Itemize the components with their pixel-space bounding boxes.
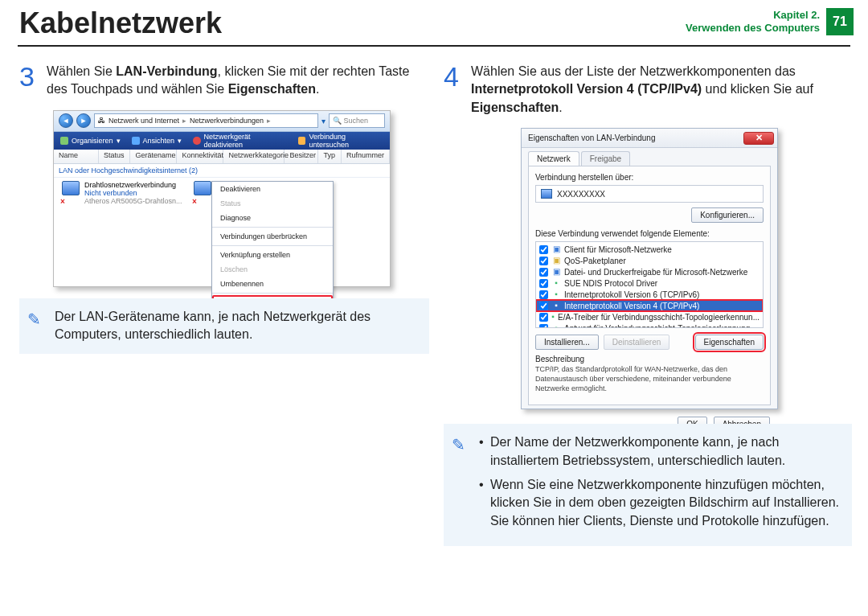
ctx-delete: Löschen [212, 262, 333, 277]
tb-disable[interactable]: Netzwerkgerät deaktivieren [193, 133, 287, 149]
note-bullet: Der Name der Netzwerkkomponente kann, je… [479, 433, 841, 470]
context-menu: Deaktivieren Status Diagnose Verbindunge… [211, 181, 334, 312]
note-icon: ✎ [27, 308, 41, 331]
search-box[interactable]: 🔍 Suchen [329, 113, 385, 128]
nic-icon [62, 181, 80, 195]
chapter-block: Kapitel 2. Verwenden des Computers 71 [686, 8, 854, 35]
disconnected-icon: × [60, 197, 65, 206]
screenshot-network-connections: ◄ ► 🖧 Netzwerk und Internet ▸ Netzwerkve… [53, 110, 391, 287]
close-button[interactable]: ✕ [743, 132, 774, 145]
nic-wireless[interactable]: × Drahtlosnetzwerkverbindung Nicht verbu… [62, 181, 182, 205]
note-step3: ✎ Der LAN-Gerätename kann, je nach Netzw… [19, 298, 429, 354]
install-button[interactable]: Installieren... [535, 335, 599, 350]
desc-label: Beschreibung [535, 355, 764, 363]
chk[interactable] [539, 279, 548, 288]
uninstall-button: Deinstallieren [604, 335, 670, 350]
address-bar[interactable]: 🖧 Netzwerk und Internet ▸ Netzwerkverbin… [94, 113, 318, 128]
chk[interactable] [539, 268, 548, 277]
dialog-title: Eigenschaften von LAN-Verbindung [528, 133, 655, 142]
ctx-rename[interactable]: Umbenennen [212, 277, 333, 291]
page-title: Kabelnetzwerk [19, 6, 222, 40]
adapter-field: XXXXXXXXX [535, 185, 764, 203]
chk[interactable] [539, 313, 548, 322]
chapter-subtitle: Verwenden des Computers [686, 22, 820, 35]
screenshot-lan-properties: Eigenschaften von LAN-Verbindung ✕ Netzw… [521, 128, 778, 409]
nav-fwd-button[interactable]: ► [76, 113, 91, 128]
ctx-shortcut[interactable]: Verknüpfung erstellen [212, 248, 333, 262]
chapter-label: Kapitel 2. [686, 9, 820, 22]
step-3: 3 Wählen Sie LAN-Verbindung, klicken Sie… [19, 63, 429, 99]
chk[interactable] [539, 257, 548, 265]
bc-icon: 🖧 [98, 117, 105, 125]
ctx-diagnose[interactable]: Diagnose [212, 211, 333, 225]
nav-back-button[interactable]: ◄ [59, 113, 73, 128]
step-number: 4 [444, 63, 463, 117]
ctx-bridge[interactable]: Verbindungen überbrücken [212, 229, 333, 244]
chk[interactable] [539, 245, 548, 254]
tab-network[interactable]: Netzwerk [528, 151, 579, 166]
chk[interactable] [539, 290, 548, 299]
properties-button[interactable]: Eigenschaften [695, 335, 764, 350]
tb-views[interactable]: Ansichten ▾ [132, 137, 182, 145]
label-connect-via: Verbindung herstellen über: [535, 173, 764, 182]
page-number-badge: 71 [826, 8, 854, 35]
label-uses: Diese Verbindung verwendet folgende Elem… [535, 229, 764, 238]
ctx-disable[interactable]: Deaktivieren [212, 182, 333, 196]
note-step4: ✎ Der Name der Netzwerkkomponente kann, … [444, 424, 852, 546]
adapter-icon [541, 189, 552, 199]
column-headers: Name Status Gerätename Konnektivität Net… [54, 150, 390, 164]
tab-sharing[interactable]: Freigabe [581, 151, 630, 166]
desc-text: TCP/IP, das Standardprotokoll für WAN-Ne… [535, 365, 764, 393]
disconnected-icon: × [192, 197, 197, 206]
tb-diagnose[interactable]: Verbindung untersuchen [298, 133, 383, 149]
group-header: LAN oder Hochgeschwindigkeitsinternet (2… [54, 164, 390, 178]
step-number: 3 [19, 63, 39, 99]
ctx-status: Status [212, 196, 333, 211]
step-4: 4 Wählen Sie aus der Liste der Netzwerkk… [444, 63, 852, 117]
nic-icon [194, 181, 211, 195]
configure-button[interactable]: Konfigurieren... [691, 207, 764, 223]
note-icon: ✎ [452, 433, 465, 456]
chk[interactable] [539, 302, 548, 310]
component-list[interactable]: ▣Client für Microsoft-Netzwerke ▣QoS-Pak… [535, 241, 764, 328]
header-rule [18, 45, 850, 47]
note-bullet: Wenn Sie eine Netzwerkkomponente hinzufü… [479, 476, 841, 530]
tb-organize[interactable]: Organisieren ▾ [60, 137, 121, 145]
toolbar: Organisieren ▾ Ansichten ▾ Netzwerkgerät… [54, 132, 390, 150]
component-ipv4[interactable]: ▪Internetprotokoll Version 4 (TCP/IPv4) [536, 300, 763, 311]
chk[interactable] [539, 324, 548, 329]
